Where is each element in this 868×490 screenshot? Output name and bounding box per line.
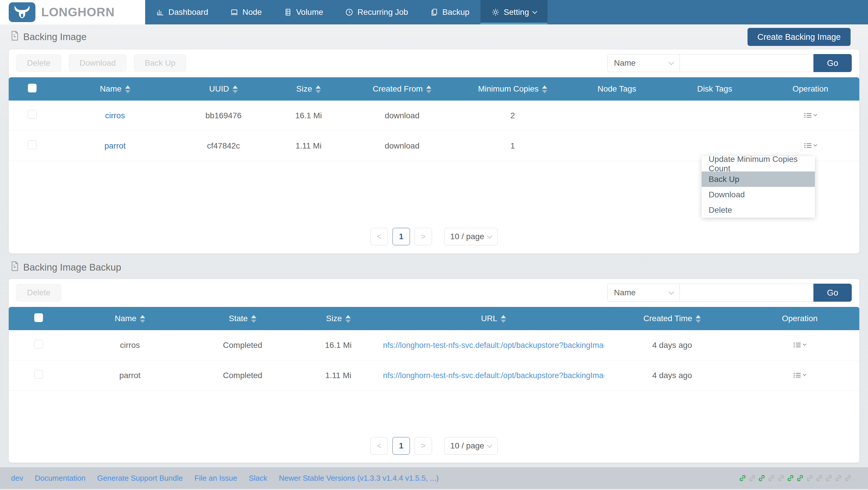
- backup-url-link[interactable]: nfs://longhorn-test-nfs-svc.default:/opt…: [383, 371, 604, 380]
- column-header-node-tags: Node Tags: [566, 77, 668, 100]
- column-header-size[interactable]: Size: [272, 77, 345, 100]
- chain-link-icon: [815, 474, 823, 482]
- chain-link-icon: [835, 474, 842, 482]
- cell-created-from: download: [345, 100, 460, 131]
- list-icon: [804, 143, 812, 148]
- menu-item-download[interactable]: Download: [702, 187, 815, 202]
- current-page-button[interactable]: 1: [393, 228, 410, 245]
- footer-link-file-issue[interactable]: File an Issue: [194, 474, 237, 483]
- next-page-button[interactable]: >: [414, 437, 432, 455]
- delete-button[interactable]: Delete: [16, 284, 61, 301]
- go-button[interactable]: Go: [813, 54, 852, 72]
- operation-menu-trigger[interactable]: [804, 113, 817, 118]
- nav-item-dashboard[interactable]: Dashboard: [145, 0, 219, 24]
- column-header-created-time[interactable]: Created Time: [604, 307, 740, 330]
- row-checkbox[interactable]: [28, 140, 37, 149]
- chevron-down-icon: [532, 9, 537, 14]
- backing-image-name-link[interactable]: parrot: [104, 141, 126, 150]
- prev-page-button[interactable]: <: [370, 228, 388, 245]
- row-checkbox[interactable]: [28, 110, 37, 119]
- operation-menu-trigger[interactable]: [794, 342, 806, 348]
- column-header-operation: Operation: [762, 77, 859, 100]
- select-all-checkbox[interactable]: [34, 313, 43, 322]
- backup-button[interactable]: Back Up: [134, 54, 186, 72]
- next-page-button[interactable]: >: [414, 228, 432, 245]
- column-header-uuid[interactable]: UUID: [175, 77, 272, 100]
- chevron-down-icon: [669, 289, 674, 294]
- sort-icon: [345, 315, 351, 323]
- filter-group: Name Go: [607, 54, 852, 72]
- nav-label: Backup: [442, 7, 469, 17]
- cell-created-time: 4 days ago: [604, 330, 740, 361]
- backing-image-title-row: Backing Image Create Backing Image: [0, 24, 868, 50]
- backup-toolbar: Delete Name Go: [9, 279, 859, 307]
- section-title: Backing Image Backup: [10, 261, 121, 273]
- nav-item-setting[interactable]: Setting: [480, 0, 548, 24]
- filter-field-select[interactable]: Name: [607, 54, 680, 72]
- sort-icon: [232, 85, 238, 93]
- page-size-select[interactable]: 10 / page: [444, 437, 498, 455]
- footer-link-slack[interactable]: Slack: [249, 474, 267, 483]
- filter-search-input[interactable]: [680, 54, 813, 72]
- backing-image-backup-table: Name State Size URL Created Time Operati…: [9, 307, 859, 391]
- column-header-url[interactable]: URL: [383, 307, 604, 330]
- column-header-name[interactable]: Name: [68, 307, 192, 330]
- select-all-checkbox[interactable]: [28, 84, 37, 92]
- nav-label: Recurring Job: [358, 7, 408, 17]
- footer-link-dev[interactable]: dev: [11, 474, 23, 483]
- cell-node-tags: [566, 131, 668, 161]
- operation-context-menu: Update Minimum Copies Count Back Up Down…: [702, 156, 815, 218]
- footer-link-newer-versions[interactable]: Newer Stable Versions (v1.3.3 v1.4.4 v1.…: [279, 474, 439, 483]
- chevron-down-icon: [487, 442, 492, 448]
- page-title: Backing Image: [10, 31, 87, 43]
- create-backing-image-button[interactable]: Create Backing Image: [747, 28, 850, 46]
- download-button[interactable]: Download: [69, 54, 127, 72]
- column-header-size[interactable]: Size: [294, 307, 383, 330]
- row-checkbox[interactable]: [34, 340, 43, 348]
- table-row: cirros bb169476 16.1 Mi download 2: [9, 100, 859, 131]
- menu-item-delete[interactable]: Delete: [702, 202, 815, 218]
- column-header-created-from[interactable]: Created From: [345, 77, 460, 100]
- chain-link-icon: [748, 474, 756, 482]
- go-button[interactable]: Go: [813, 284, 852, 302]
- column-header-state[interactable]: State: [192, 307, 294, 330]
- sort-icon: [695, 315, 701, 323]
- operation-menu-trigger[interactable]: [804, 143, 817, 148]
- section-title-text: Backing Image Backup: [23, 262, 121, 273]
- menu-item-back-up[interactable]: Back Up: [702, 171, 815, 187]
- operation-menu-trigger[interactable]: [794, 372, 806, 378]
- nav-item-backup[interactable]: Backup: [419, 0, 480, 24]
- filter-field-select[interactable]: Name: [607, 284, 680, 302]
- bulk-actions: Delete Download Back Up: [16, 54, 186, 72]
- page-size-select[interactable]: 10 / page: [444, 228, 498, 245]
- sort-icon: [501, 315, 506, 323]
- column-header-name[interactable]: Name: [56, 77, 175, 100]
- delete-button[interactable]: Delete: [16, 54, 61, 72]
- nav-item-recurring-job[interactable]: Recurring Job: [334, 0, 419, 24]
- row-checkbox[interactable]: [34, 370, 43, 379]
- nav-label: Node: [242, 7, 262, 17]
- column-header-minimum-copies[interactable]: Minimum Copies: [460, 77, 566, 100]
- cell-state: Completed: [192, 330, 294, 361]
- nav-label: Volume: [296, 7, 323, 17]
- footer-link-documentation[interactable]: Documentation: [35, 474, 86, 483]
- menu-item-update-minimum-copies[interactable]: Update Minimum Copies Count: [702, 156, 815, 171]
- backing-image-name-link[interactable]: cirros: [105, 111, 125, 120]
- sort-icon: [125, 85, 130, 93]
- brand-name: LONGHORN: [41, 5, 115, 19]
- chain-link-icon: [787, 474, 794, 482]
- sort-icon: [315, 85, 321, 93]
- prev-page-button[interactable]: <: [370, 437, 388, 455]
- nav-item-node[interactable]: Node: [219, 0, 273, 24]
- footer-link-support-bundle[interactable]: Generate Support Bundle: [97, 474, 183, 483]
- list-icon: [794, 372, 801, 378]
- current-page-button[interactable]: 1: [393, 437, 410, 455]
- filter-search-input[interactable]: [680, 284, 813, 302]
- brand[interactable]: LONGHORN: [0, 0, 145, 24]
- backup-url-link[interactable]: nfs://longhorn-test-nfs-svc.default:/opt…: [383, 341, 604, 350]
- bulk-actions: Delete: [16, 284, 61, 301]
- nav-item-volume[interactable]: Volume: [273, 0, 334, 24]
- page-title-text: Backing Image: [23, 31, 87, 42]
- cell-size: 1.11 Mi: [272, 131, 345, 161]
- server-icon: [284, 8, 292, 16]
